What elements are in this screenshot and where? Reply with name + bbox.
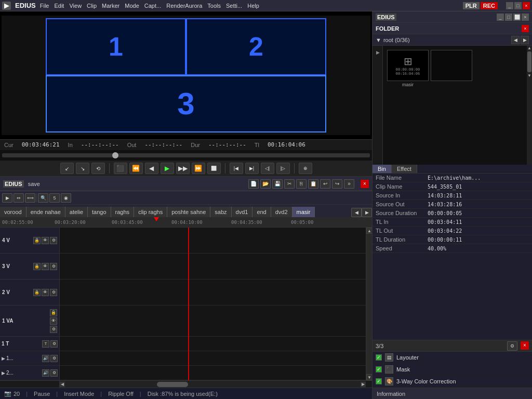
vscroll-down[interactable]: ▼ [366, 374, 372, 380]
tool-zoom-out[interactable]: 5 [49, 193, 60, 203]
track-1va-settings[interactable]: ⚙ [50, 326, 57, 333]
seq-tab-ende[interactable]: ende nahae [26, 207, 65, 217]
vscroll-up[interactable]: ▲ [366, 228, 372, 234]
track-3v-vis[interactable]: 👁 [42, 263, 49, 270]
bin-vscroll-up[interactable]: ▲ [527, 46, 532, 50]
bin-nav-left[interactable]: ◀ [511, 36, 520, 44]
track-1t-settings[interactable]: ⚙ [50, 340, 58, 348]
tool-roll[interactable]: ⟺ [25, 193, 35, 203]
bin-minimize[interactable]: _ [497, 14, 504, 21]
seq-tab-poshte[interactable]: poshte sahne [167, 207, 210, 217]
menu-help[interactable]: Help [247, 3, 259, 9]
menu-mode[interactable]: Mode [125, 3, 139, 9]
bin-nav-right[interactable]: ▶ [521, 36, 529, 44]
menu-render[interactable]: RenderAurora [166, 3, 202, 9]
menu-clip[interactable]: Clip [87, 3, 97, 9]
tbi-save[interactable]: 💾 [272, 179, 283, 189]
extra-btn-1[interactable]: ⊕ [299, 163, 312, 174]
timeline-vscroll[interactable]: ▲ ▼ [366, 228, 372, 380]
tab-scroll-right[interactable]: ▶ [362, 208, 372, 217]
track-1va-lock[interactable]: 🔒 [50, 309, 57, 316]
bin-maximize[interactable]: □ [505, 14, 512, 21]
stop-button[interactable]: ⬛ [114, 163, 127, 174]
effect-name-mask[interactable]: Mask [396, 366, 410, 373]
tbi-more[interactable]: » [344, 179, 354, 189]
bin-tab-effect[interactable]: Effect [392, 165, 417, 173]
effect-check-colorcc[interactable]: ✓ [376, 378, 382, 384]
mark-out-button[interactable]: ↘ [76, 163, 89, 174]
tbi-open[interactable]: 📂 [260, 179, 271, 189]
tbi-cut[interactable]: ✂ [284, 179, 295, 189]
track-2v-lock[interactable]: 🔒 [33, 289, 41, 296]
effects-settings-btn[interactable]: ⚙ [507, 341, 517, 351]
track-3v-settings[interactable]: ⚙ [50, 263, 57, 270]
timeline-hscroll[interactable]: ◀ ▶ [60, 380, 366, 388]
goto-in-button[interactable]: ⟲ [91, 163, 105, 174]
bin-vscroll[interactable]: ▲ ▼ [527, 46, 532, 165]
close-button[interactable]: × [523, 2, 530, 9]
track-a1-vol[interactable]: 🔊 [42, 355, 49, 362]
scrubber-bar[interactable] [0, 150, 372, 161]
track-4v-vis[interactable]: 👁 [42, 237, 49, 244]
seq-tab-end[interactable]: end [252, 207, 271, 217]
tool-fit[interactable]: ◉ [61, 193, 71, 203]
seq-tab-tango[interactable]: tango [88, 207, 111, 217]
track-1va-vis[interactable]: 👁 [50, 317, 57, 325]
bin-vscroll-thumb[interactable] [527, 51, 531, 72]
bin-tab-bin[interactable]: Bin [373, 165, 392, 173]
menu-marker[interactable]: Marker [102, 3, 119, 9]
next-edit-button[interactable]: ▶| [245, 163, 259, 174]
tab-scroll-left[interactable]: ◀ [351, 208, 362, 217]
seq-tab-dvd1[interactable]: dvd1 [232, 207, 253, 217]
bin-restore[interactable]: ⬜ [513, 14, 521, 21]
seq-tab-dvd2[interactable]: dvd2 [271, 207, 292, 217]
timeline-close-button[interactable]: × [361, 180, 369, 188]
scrubber-track[interactable] [2, 153, 370, 157]
maximize-button[interactable]: □ [514, 2, 522, 9]
prev-edit-button[interactable]: |◀ [230, 163, 243, 174]
tool-zoom-in[interactable]: 🔍 [38, 193, 48, 203]
trim-right-button[interactable]: |▷ [276, 163, 290, 174]
rew-button[interactable]: ◀ [145, 163, 158, 174]
effect-check-mask[interactable]: ✓ [376, 366, 382, 373]
effect-name-colorcc[interactable]: 3-Way Color Correction [396, 378, 456, 384]
menu-tools[interactable]: Tools [207, 3, 221, 9]
track-4v-settings[interactable]: ⚙ [50, 237, 57, 244]
effects-close-btn[interactable]: × [521, 341, 529, 350]
tbi-paste[interactable]: 📋 [308, 179, 318, 189]
track-3v-lock[interactable]: 🔒 [33, 263, 41, 270]
tbi-new[interactable]: 📄 [248, 179, 259, 189]
menu-capt[interactable]: Capt... [144, 3, 161, 9]
fwd-fast-button[interactable]: ⏩ [192, 163, 205, 174]
scrubber-thumb[interactable] [112, 152, 118, 158]
minimize-button[interactable]: _ [506, 2, 513, 9]
bin-clip-masir[interactable]: ⊞ 00:00:00:00 00:16:04:06 masir [387, 50, 429, 87]
tool-ripple[interactable]: ⇔ [14, 193, 24, 203]
hscroll-left[interactable]: ◀ [60, 382, 65, 387]
vscroll-track[interactable] [366, 234, 372, 374]
seq-tab-masir[interactable]: masir [292, 207, 315, 217]
tbi-redo[interactable]: ↪ [332, 179, 342, 189]
track-a2-settings[interactable]: ⚙ [50, 369, 58, 377]
seq-tab-clip-raghs[interactable]: clip raghs [134, 207, 167, 217]
hscroll-thumb[interactable] [157, 382, 188, 387]
seq-tab-atelie[interactable]: atelie [65, 207, 88, 217]
tbi-copy[interactable]: ⎘ [296, 179, 307, 189]
effect-check-layouter[interactable]: ✓ [376, 354, 382, 361]
track-a2-vol[interactable]: 🔊 [42, 369, 49, 377]
seq-tab-vorood[interactable]: vorood [0, 207, 26, 217]
trim-left-button[interactable]: ◁| [261, 163, 274, 174]
menu-settings[interactable]: Setti... [226, 3, 242, 9]
mark-in-button[interactable]: ↙ [60, 163, 74, 174]
effect-name-layouter[interactable]: Layouter [396, 354, 419, 361]
tool-select[interactable]: ▶ [2, 193, 12, 203]
track-expand-a1[interactable]: ▶ [2, 356, 5, 361]
bin-vscroll-down[interactable]: ▼ [527, 73, 532, 78]
track-a1-settings[interactable]: ⚙ [50, 355, 58, 362]
seq-tab-sabz[interactable]: sabz [210, 207, 231, 217]
track-2v-settings[interactable]: ⚙ [50, 289, 57, 296]
menu-edit[interactable]: Edit [54, 3, 64, 9]
menu-file[interactable]: File [40, 3, 49, 9]
loop-button[interactable]: ⬜ [207, 163, 221, 174]
bin-close-icon[interactable]: × [522, 14, 529, 21]
